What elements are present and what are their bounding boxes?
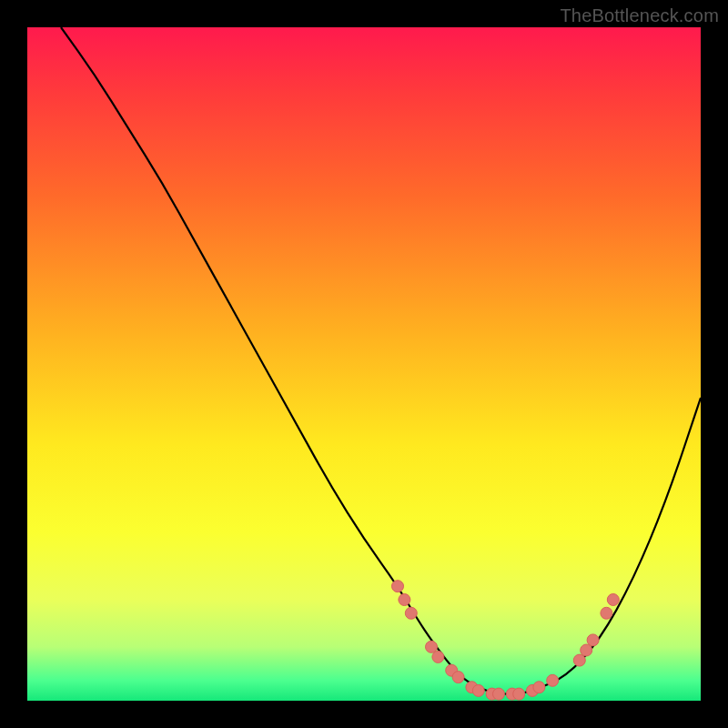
data-point: [432, 651, 444, 662]
data-point: [472, 684, 484, 696]
data-point: [573, 654, 585, 666]
data-point: [607, 594, 619, 606]
data-point: [587, 634, 599, 646]
data-point: [405, 607, 417, 619]
watermark-text: TheBottleneck.com: [560, 5, 719, 26]
data-point: [493, 688, 505, 700]
data-point: [426, 641, 438, 652]
data-point: [533, 682, 545, 693]
data-point: [392, 581, 404, 592]
data-point: [513, 688, 525, 700]
chart-svg: [27, 27, 701, 701]
bottleneck-curve-line: [61, 27, 701, 694]
data-point: [452, 672, 464, 683]
data-point: [581, 644, 592, 656]
data-point: [547, 674, 559, 686]
data-point: [601, 607, 612, 619]
data-point-group: [392, 581, 620, 700]
chart-plot-area: [27, 27, 701, 701]
data-point: [399, 594, 410, 606]
